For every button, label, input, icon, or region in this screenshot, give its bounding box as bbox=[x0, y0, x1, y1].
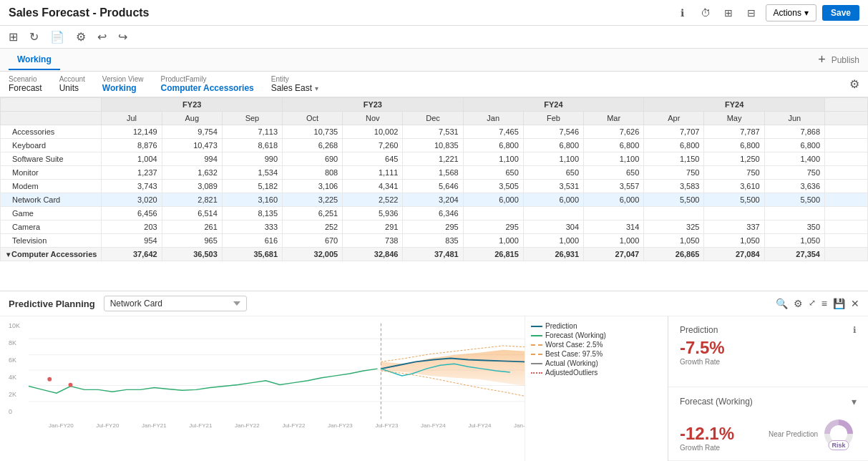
cell-value: 5,936 bbox=[343, 207, 403, 220]
table-row[interactable]: Game6,4566,5148,1356,2515,9366,346 bbox=[1, 207, 868, 220]
table-icon[interactable]: ⊞ bbox=[720, 4, 737, 21]
cell-value: 1,050 bbox=[704, 234, 764, 248]
cell-value: 750 bbox=[764, 166, 824, 180]
cell-value: 1,400 bbox=[764, 152, 824, 166]
version-filter[interactable]: Version View Working bbox=[102, 75, 144, 93]
cell-value: 650 bbox=[523, 166, 583, 180]
product-filter[interactable]: ProductFamily Computer Accessories bbox=[160, 75, 253, 93]
forecast-chevron-icon[interactable]: ▾ bbox=[852, 396, 857, 407]
row-label: Monitor bbox=[1, 166, 102, 180]
col-label-header bbox=[1, 98, 102, 112]
col-jul: Jul bbox=[102, 112, 162, 125]
undo-icon[interactable]: ↩ bbox=[97, 30, 107, 44]
predictive-tools: 🔍 ⚙ ⤢ ≡ 💾 ✕ bbox=[776, 298, 859, 309]
cell-extra bbox=[825, 193, 868, 207]
cell-value: 650 bbox=[463, 166, 523, 180]
cell-value: 3,204 bbox=[403, 193, 463, 207]
cell-extra bbox=[825, 152, 868, 166]
fy24-header-2: FY24 bbox=[644, 98, 825, 112]
config-icon[interactable]: ⚙ bbox=[794, 298, 803, 309]
cell-value: 7,787 bbox=[704, 125, 764, 139]
cell-value: 295 bbox=[463, 220, 523, 234]
tab-working[interactable]: Working bbox=[9, 50, 60, 70]
svg-point-6 bbox=[47, 377, 52, 382]
redo-icon[interactable]: ↪ bbox=[118, 30, 127, 44]
cell-value: 6,800 bbox=[644, 139, 704, 152]
entity-chevron-icon[interactable]: ▾ bbox=[315, 84, 318, 92]
cell-value: 1,100 bbox=[463, 152, 523, 166]
fy23-header-2: FY23 bbox=[283, 98, 464, 112]
cell-value bbox=[584, 207, 644, 220]
product-select[interactable]: Network Card bbox=[104, 296, 247, 311]
cell-value: 5,646 bbox=[403, 180, 463, 193]
info-icon[interactable]: ℹ bbox=[674, 4, 691, 21]
product-select-wrap[interactable]: Network Card bbox=[104, 296, 247, 311]
cell-value: 6,000 bbox=[584, 193, 644, 207]
prediction-panel: Prediction ℹ -7.5% Growth Rate Forecast … bbox=[668, 316, 868, 461]
cell-value: 1,237 bbox=[102, 166, 162, 180]
table-row[interactable]: Modem3,7433,0895,1823,1064,3415,6463,505… bbox=[1, 180, 868, 193]
cell-value: 7,531 bbox=[403, 125, 463, 139]
cell-value: 1,632 bbox=[162, 166, 222, 180]
legend-line-forecast bbox=[531, 335, 542, 336]
table-row[interactable]: Television9549656166707388351,0001,0001,… bbox=[1, 234, 868, 248]
publish-button[interactable]: Publish bbox=[832, 55, 859, 65]
clock-icon[interactable]: ⏱ bbox=[697, 4, 714, 21]
header-icons: ℹ ⏱ ⊞ ⊟ Actions ▾ Save bbox=[674, 4, 859, 21]
save-button[interactable]: Save bbox=[822, 5, 859, 21]
row-label: Keyboard bbox=[1, 139, 102, 152]
col-extra bbox=[825, 112, 868, 125]
cell-value: 3,743 bbox=[102, 180, 162, 193]
cell-value: 26,865 bbox=[644, 248, 704, 261]
prediction-info-icon[interactable]: ℹ bbox=[853, 325, 857, 335]
row-label: ▾Computer Accessories bbox=[1, 248, 102, 261]
table-row[interactable]: Accessories12,1499,7547,11310,73510,0027… bbox=[1, 125, 868, 139]
entity-filter[interactable]: Entity Sales East ▾ bbox=[271, 75, 318, 93]
cell-value: 3,583 bbox=[644, 180, 704, 193]
cell-value: 37,642 bbox=[102, 248, 162, 261]
close-icon[interactable]: ✕ bbox=[851, 298, 859, 309]
legend-worst-case: Worst Case: 2.5% bbox=[531, 341, 662, 349]
cell-value: 3,106 bbox=[283, 180, 343, 193]
cell-value: 37,481 bbox=[403, 248, 463, 261]
expand-icon[interactable]: ⤢ bbox=[809, 298, 816, 309]
document-icon[interactable]: 📄 bbox=[50, 30, 64, 44]
table-row[interactable]: Keyboard8,87610,4738,6186,2687,26010,835… bbox=[1, 139, 868, 152]
prediction-card: Prediction ℹ -7.5% Growth Rate bbox=[668, 316, 868, 387]
toolbar: ⊞ ↻ 📄 ⚙ ↩ ↪ bbox=[0, 26, 868, 49]
cell-value: 7,260 bbox=[343, 139, 403, 152]
table-row[interactable]: Software Suite1,0049949906906451,2211,10… bbox=[1, 152, 868, 166]
row-label: Television bbox=[1, 234, 102, 248]
table-row[interactable]: Monitor1,2371,6321,5348081,1111,56865065… bbox=[1, 166, 868, 180]
cell-value: 9,754 bbox=[162, 125, 222, 139]
table-row[interactable]: Network Card3,0202,8213,1603,2252,5223,2… bbox=[1, 193, 868, 207]
save-chart-icon[interactable]: 💾 bbox=[833, 298, 845, 309]
actions-button[interactable]: Actions ▾ bbox=[766, 4, 816, 21]
cell-value: 5,500 bbox=[764, 193, 824, 207]
row-label: Software Suite bbox=[1, 152, 102, 166]
cell-value: 6,800 bbox=[584, 139, 644, 152]
cell-value: 750 bbox=[704, 166, 764, 180]
cell-value: 1,050 bbox=[764, 234, 824, 248]
list-icon[interactable]: ≡ bbox=[821, 298, 827, 309]
cell-value: 32,005 bbox=[283, 248, 343, 261]
refresh-icon[interactable]: ↻ bbox=[29, 30, 39, 44]
col-jun: Jun bbox=[764, 112, 824, 125]
table-row[interactable]: ▾Computer Accessories37,64236,50335,6813… bbox=[1, 248, 868, 261]
cell-value: 1,250 bbox=[704, 152, 764, 166]
cell-value: 965 bbox=[162, 234, 222, 248]
add-tab-button[interactable]: + bbox=[818, 52, 826, 67]
cell-value: 6,456 bbox=[102, 207, 162, 220]
cell-value: 252 bbox=[283, 220, 343, 234]
grid-split-icon[interactable]: ⊟ bbox=[743, 4, 760, 21]
cell-value: 3,225 bbox=[283, 193, 343, 207]
hierarchy-icon[interactable]: ⚙ bbox=[76, 30, 86, 44]
cell-value: 1,004 bbox=[102, 152, 162, 166]
grid-icon[interactable]: ⊞ bbox=[9, 30, 18, 44]
settings-icon[interactable]: ⚙ bbox=[849, 77, 859, 91]
cell-value: 10,002 bbox=[343, 125, 403, 139]
zoom-in-icon[interactable]: 🔍 bbox=[776, 298, 788, 309]
table-row[interactable]: Camera2032613332522912952953043143253373… bbox=[1, 220, 868, 234]
chevron-down-icon: ▾ bbox=[804, 8, 809, 18]
cell-value bbox=[463, 207, 523, 220]
